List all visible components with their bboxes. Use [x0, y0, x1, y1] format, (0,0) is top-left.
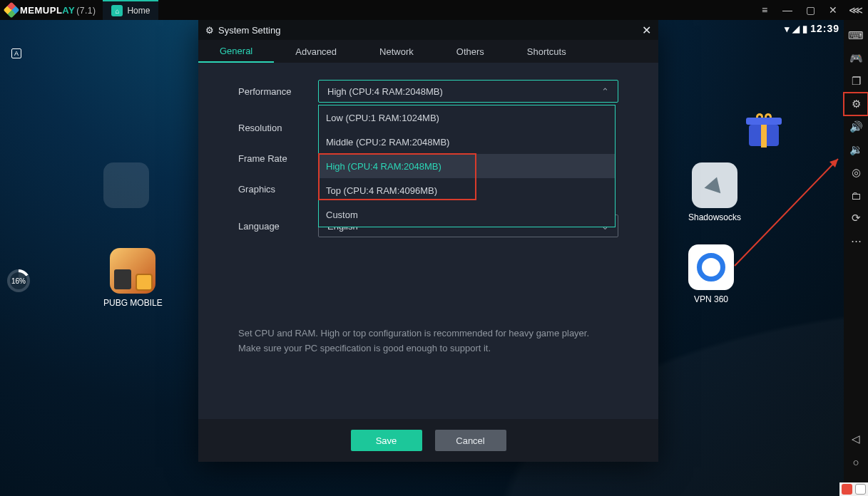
row-performance: Performance High (CPU:4 RAM:2048MB) ⌃	[238, 80, 618, 103]
android-system-badge: A	[11, 48, 21, 58]
vpn360-icon	[688, 244, 734, 290]
shadowsocks-icon	[692, 162, 737, 208]
label-language: Language	[238, 221, 318, 232]
keymap-edit-icon[interactable]: 🎮	[844, 47, 868, 70]
tab-general[interactable]: General	[198, 40, 274, 63]
app-shadowsocks[interactable]: Shadowsocks	[688, 162, 741, 222]
folder-apps[interactable]	[103, 162, 149, 208]
android-status-bar: ▾ ◢ ▮ 12:39	[785, 20, 839, 37]
download-progress[interactable]: 16%	[7, 269, 30, 292]
battery-icon: ▮	[802, 24, 807, 34]
chevron-up-icon: ⌃	[601, 86, 609, 97]
host-taskbar-corner	[839, 482, 868, 496]
settings-gear-icon[interactable]: ⚙	[844, 93, 868, 115]
download-progress-label: 16%	[11, 277, 26, 285]
volume-up-icon[interactable]: 🔊	[844, 115, 868, 138]
window-controls: ≡ — ▢ ✕ ⋘	[758, 0, 862, 20]
wifi-icon: ▾	[785, 24, 790, 34]
memu-logo: MEMU PL AY (7.1)	[0, 4, 96, 16]
brand-version: (7.1)	[76, 6, 96, 16]
perf-option-top[interactable]: Top (CPU:4 RAM:4096MB)	[319, 178, 615, 202]
app-pubg-mobile[interactable]: PUBG MOBILE	[103, 248, 163, 308]
perf-option-custom[interactable]: Custom	[319, 202, 615, 227]
gift-icon[interactable]	[749, 116, 779, 146]
perf-option-low[interactable]: Low (CPU:1 RAM:1024MB)	[319, 105, 615, 130]
volume-down-icon[interactable]: 🔉	[844, 138, 868, 161]
more-controls-icon[interactable]: ⋘	[849, 4, 862, 16]
android-home-icon[interactable]: ○	[844, 450, 868, 473]
performance-dropdown: Low (CPU:1 RAM:1024MB) Middle (CPU:2 RAM…	[318, 105, 616, 227]
apk-install-icon[interactable]: 🗀	[844, 184, 868, 207]
logo-cube-icon	[4, 2, 20, 19]
app-shadowsocks-label: Shadowsocks	[688, 212, 741, 222]
side-toolbar: ⌨ 🎮 ❐ ⚙ 🔊 🔉 ◎ 🗀 ⟳ ⋯ ◁ ○ ▭	[844, 20, 868, 496]
tab-network[interactable]: Network	[358, 40, 435, 63]
maximize-icon[interactable]: ▢	[804, 4, 817, 16]
status-clock: 12:39	[810, 23, 839, 34]
brand-memu: MEMU	[20, 5, 50, 16]
modal-close-icon[interactable]: ✕	[642, 24, 651, 37]
shake-reload-icon[interactable]: ⟳	[844, 207, 868, 229]
home-icon: ⌂	[111, 5, 123, 16]
modal-header: ⚙ System Setting ✕	[198, 20, 658, 40]
label-performance: Performance	[238, 86, 318, 97]
svg-marker-1	[829, 159, 838, 167]
hamburger-icon[interactable]: ≡	[758, 4, 771, 16]
app-vpn-360[interactable]: VPN 360	[688, 244, 734, 304]
tab-advanced[interactable]: Advanced	[274, 40, 358, 63]
modal-tabs: General Advanced Network Others Shortcut…	[198, 40, 658, 63]
cancel-button[interactable]: Cancel	[435, 430, 506, 451]
minimize-icon[interactable]: —	[781, 4, 794, 16]
tab-home[interactable]: ⌂ Home	[103, 0, 158, 20]
modal-footer: Save Cancel	[198, 419, 658, 462]
tab-home-label: Home	[127, 6, 150, 16]
system-setting-modal: ⚙ System Setting ✕ General Advanced Netw…	[198, 20, 658, 462]
modal-title: System Setting	[218, 25, 280, 36]
select-performance[interactable]: High (CPU:4 RAM:2048MB) ⌃	[318, 80, 618, 103]
app-pubg-label: PUBG MOBILE	[103, 298, 163, 308]
pubg-icon	[110, 248, 155, 294]
save-button[interactable]: Save	[351, 430, 422, 451]
logo-text: MEMU PL AY (7.1)	[20, 5, 96, 16]
label-frame-rate: Frame Rate	[238, 153, 318, 164]
select-performance-value: High (CPU:4 RAM:2048MB)	[327, 86, 443, 97]
tray-icon[interactable]	[842, 484, 852, 495]
performance-hint: Set CPU and RAM. High or top configurati…	[238, 326, 609, 356]
label-resolution: Resolution	[238, 123, 318, 133]
modal-body: Performance High (CPU:4 RAM:2048MB) ⌃ Lo…	[198, 63, 658, 419]
tab-shortcuts[interactable]: Shortcuts	[506, 40, 588, 63]
app-vpn360-label: VPN 360	[694, 294, 728, 304]
annotation-arrow	[731, 155, 845, 269]
ime-icon[interactable]	[855, 484, 866, 495]
gps-icon[interactable]: ◎	[844, 161, 868, 184]
svg-line-0	[735, 159, 838, 266]
perf-option-high[interactable]: High (CPU:4 RAM:2048MB)	[319, 154, 615, 178]
more-icon[interactable]: ⋯	[844, 229, 868, 252]
keyboard-mapping-icon[interactable]: ⌨	[844, 24, 868, 47]
perf-option-middle[interactable]: Middle (CPU:2 RAM:2048MB)	[319, 130, 615, 154]
tab-others[interactable]: Others	[435, 40, 506, 63]
close-icon[interactable]: ✕	[827, 4, 839, 16]
brand-ay: AY	[62, 5, 75, 16]
android-stage: A ▾ ◢ ▮ 12:39 ⛶ 16% PUBG MOBILE Shadowso…	[0, 20, 868, 496]
signal-icon: ◢	[792, 24, 800, 34]
brand-pl: PL	[50, 5, 63, 16]
gear-icon: ⚙	[205, 25, 214, 36]
android-back-icon[interactable]: ◁	[844, 428, 868, 450]
emulator-title-bar: MEMU PL AY (7.1) ⌂ Home ≡ — ▢ ✕ ⋘	[0, 0, 868, 20]
multi-window-icon[interactable]: ❐	[844, 70, 868, 93]
label-graphics: Graphics	[238, 184, 318, 195]
